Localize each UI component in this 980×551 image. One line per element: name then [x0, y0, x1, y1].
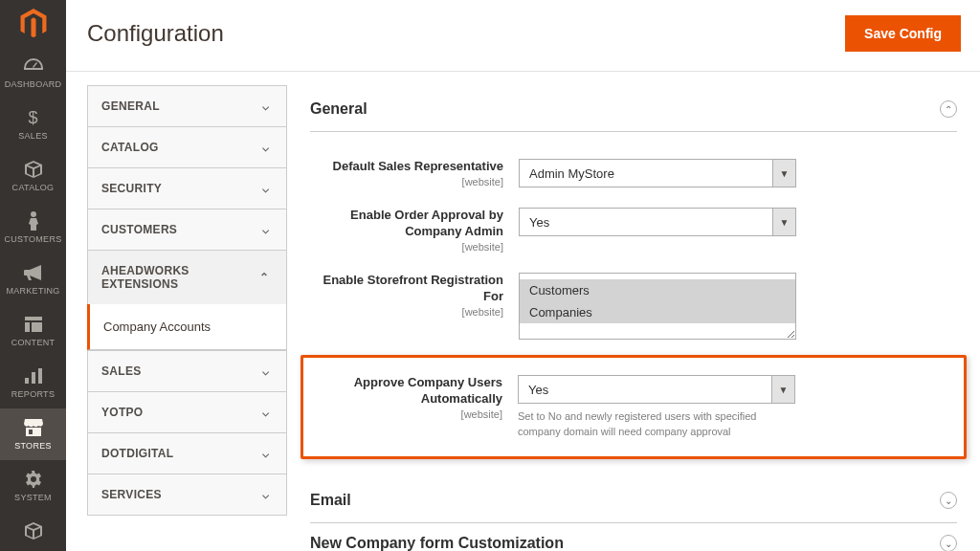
- option-companies[interactable]: Companies: [520, 301, 795, 323]
- megaphone-icon: [24, 262, 43, 283]
- tab-security[interactable]: Security⌵: [87, 167, 287, 209]
- highlight-approve-auto: Approve Company Users Automatically[webs…: [301, 355, 967, 459]
- dollar-icon: $: [28, 107, 37, 128]
- row-order-approval: Enable Order Approval by Company Admin[w…: [310, 202, 957, 267]
- tab-customers[interactable]: Customers⌵: [87, 209, 287, 250]
- gear-icon: [25, 469, 42, 490]
- nav-reports[interactable]: Reports: [0, 357, 66, 408]
- magento-logo: [0, 0, 66, 47]
- save-config-button[interactable]: Save Config: [845, 15, 961, 52]
- hint-approve-auto: Set to No and newly registered users wit…: [518, 409, 795, 439]
- cube-icon: [25, 159, 42, 180]
- nav-customers[interactable]: Customers: [0, 202, 66, 253]
- section-email[interactable]: Email ⌄: [310, 480, 957, 523]
- chevron-down-icon: ⌵: [262, 488, 269, 501]
- form-area: General ⌃ Default Sales Representative[w…: [287, 72, 980, 551]
- main: Configuration Save Config General⌵ Catal…: [66, 0, 980, 551]
- nav-dashboard[interactable]: Dashboard: [0, 47, 66, 99]
- nav-catalog[interactable]: Catalog: [0, 150, 66, 202]
- page-header: Configuration Save Config: [66, 0, 980, 72]
- store-icon: [24, 417, 43, 438]
- chevron-down-icon: ⌵: [262, 406, 269, 419]
- nav-sales[interactable]: $Sales: [0, 99, 66, 150]
- select-approve-auto[interactable]: Yes▼: [518, 375, 795, 404]
- tab-catalog[interactable]: Catalog⌵: [87, 126, 287, 167]
- chevron-down-icon: ⌵: [262, 182, 269, 195]
- bars-icon: [25, 365, 42, 386]
- layout-icon: [25, 314, 42, 335]
- section-new-company[interactable]: New Company form Customization ⌄: [310, 523, 957, 551]
- tab-sales[interactable]: Sales⌵: [87, 350, 287, 391]
- cube2-icon: [25, 520, 42, 541]
- dropdown-arrow-icon: ▼: [772, 209, 795, 235]
- select-order-approval[interactable]: Yes▼: [519, 208, 796, 236]
- page-title: Configuration: [87, 20, 224, 47]
- chevron-down-icon: ⌵: [262, 364, 269, 378]
- chevron-down-icon: ⌵: [262, 99, 269, 113]
- nav-system[interactable]: System: [0, 460, 66, 512]
- chevron-down-icon: ⌵: [262, 447, 269, 460]
- select-default-rep[interactable]: Admin MyStore▼: [519, 159, 796, 187]
- subtab-company-accounts[interactable]: Company Accounts: [87, 304, 287, 350]
- dashboard-icon: [24, 55, 43, 77]
- expand-icon: ⌄: [940, 535, 957, 551]
- nav-marketing[interactable]: Marketing: [0, 253, 66, 305]
- admin-sidebar: Dashboard $Sales Catalog Customers Marke…: [0, 0, 66, 551]
- multiselect-storefront-reg[interactable]: Customers Companies: [519, 273, 796, 340]
- chevron-down-icon: ⌵: [262, 223, 269, 236]
- row-storefront-reg: Enable Storefront Registration For[websi…: [310, 267, 957, 353]
- chevron-up-icon: ⌃: [259, 271, 269, 284]
- tab-yotpo[interactable]: Yotpo⌵: [87, 391, 287, 432]
- section-general[interactable]: General ⌃: [310, 89, 957, 132]
- row-approve-auto: Approve Company Users Automatically[webs…: [309, 369, 958, 452]
- dropdown-arrow-icon: ▼: [771, 376, 794, 403]
- nav-stores[interactable]: Stores: [0, 408, 66, 460]
- tab-services[interactable]: Services⌵: [87, 474, 287, 516]
- dropdown-arrow-icon: ▼: [772, 160, 795, 187]
- chevron-down-icon: ⌵: [262, 141, 269, 154]
- row-default-rep: Default Sales Representative[website] Ad…: [310, 153, 957, 202]
- config-tabs: General⌵ Catalog⌵ Security⌵ Customers⌵ A…: [87, 85, 287, 551]
- person-icon: [27, 210, 40, 231]
- collapse-icon: ⌃: [940, 100, 957, 118]
- option-customers[interactable]: Customers: [520, 279, 795, 301]
- nav-extensions[interactable]: [0, 512, 66, 551]
- expand-icon: ⌄: [940, 492, 957, 509]
- nav-content[interactable]: Content: [0, 305, 66, 357]
- tab-dotdigital[interactable]: Dotdigital⌵: [87, 432, 287, 474]
- tab-aheadworks[interactable]: Aheadworks Extensions⌃: [87, 250, 287, 304]
- tab-general[interactable]: General⌵: [87, 85, 287, 126]
